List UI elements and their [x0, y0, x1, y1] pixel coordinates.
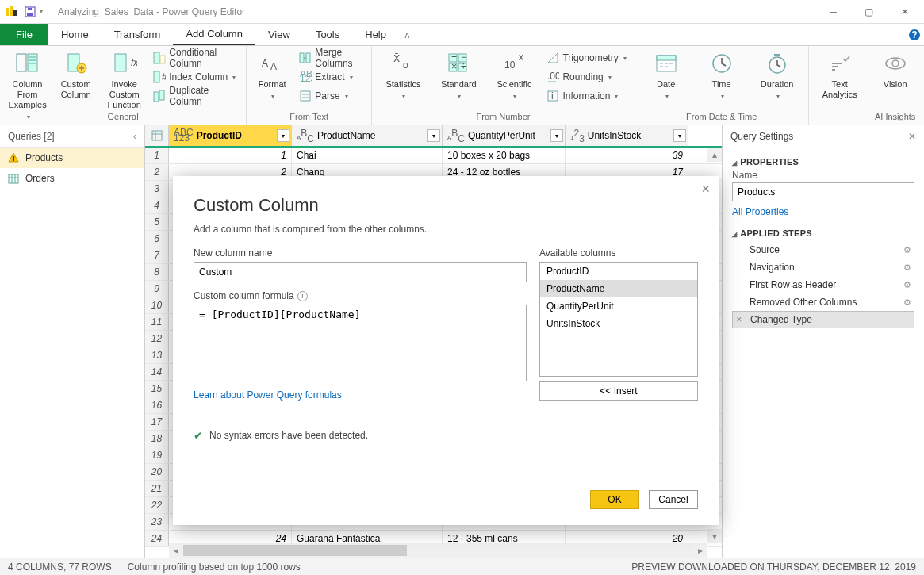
- column-filter-icon[interactable]: ▾: [277, 129, 289, 142]
- gear-icon[interactable]: ⚙: [903, 297, 911, 308]
- column-filter-icon[interactable]: ▾: [550, 129, 563, 142]
- date-button[interactable]: Date: [640, 48, 692, 103]
- tab-help[interactable]: Help: [352, 24, 399, 45]
- statistics-button[interactable]: X̄σ Statistics: [377, 48, 429, 103]
- insert-button[interactable]: << Insert: [539, 381, 698, 401]
- extract-button[interactable]: ABC123Extract: [296, 68, 366, 86]
- close-button[interactable]: ✕: [887, 0, 922, 24]
- minimize-button[interactable]: ─: [815, 0, 851, 24]
- maximize-button[interactable]: ▢: [851, 0, 887, 24]
- time-button[interactable]: Time: [696, 48, 748, 103]
- query-name-input[interactable]: [732, 182, 914, 201]
- cancel-button[interactable]: Cancel: [649, 490, 698, 509]
- cell[interactable]: 10 boxes x 20 bags: [443, 148, 566, 163]
- ribbon-body: Column From Examples Custom Column fx In…: [0, 46, 924, 125]
- scroll-left-icon[interactable]: ◂: [169, 545, 183, 556]
- gear-icon[interactable]: ⚙: [903, 263, 911, 273]
- information-button[interactable]: iInformation: [543, 87, 629, 105]
- tab-view[interactable]: View: [255, 24, 303, 45]
- help-icon[interactable]: ?: [905, 24, 924, 45]
- text-analytics-button[interactable]: Text Analytics: [814, 48, 866, 103]
- conditional-column-button[interactable]: Conditional Column: [150, 49, 241, 67]
- save-icon[interactable]: [22, 4, 38, 20]
- applied-steps-section-title[interactable]: APPLIED STEPS: [732, 228, 914, 238]
- applied-step[interactable]: Changed Type: [732, 311, 914, 328]
- query-item-orders[interactable]: Orders: [0, 168, 144, 189]
- horizontal-scrollbar[interactable]: ◂ ▸: [169, 543, 707, 558]
- duration-button[interactable]: Duration: [751, 48, 803, 103]
- cell[interactable]: 39: [566, 148, 688, 163]
- scroll-thumb[interactable]: [169, 545, 407, 556]
- column-from-examples-button[interactable]: Column From Examples: [5, 48, 50, 103]
- custom-column-icon: [63, 51, 89, 76]
- tab-file[interactable]: File: [0, 24, 48, 45]
- properties-section-title[interactable]: PROPERTIES: [732, 157, 914, 167]
- tab-home[interactable]: Home: [48, 24, 102, 45]
- available-columns-list[interactable]: ProductIDProductNameQuantityPerUnitUnits…: [539, 262, 698, 377]
- available-column-item[interactable]: UnitsInStock: [540, 315, 697, 332]
- applied-step[interactable]: Removed Other Columns⚙: [732, 293, 914, 311]
- all-properties-link[interactable]: All Properties: [732, 206, 788, 217]
- column-header-unitsinstock[interactable]: 123UnitsInStock▾: [566, 125, 688, 146]
- column-filter-icon[interactable]: ▾: [673, 129, 686, 142]
- gear-icon[interactable]: ⚙: [903, 280, 911, 290]
- type-badge-icon[interactable]: ABC123: [174, 130, 194, 141]
- tab-add-column[interactable]: Add Column: [173, 24, 255, 45]
- row-number: 2: [145, 164, 169, 180]
- info-icon[interactable]: i: [297, 291, 308, 301]
- dialog-title: Custom Column: [194, 195, 698, 216]
- scroll-right-icon[interactable]: ▸: [693, 545, 707, 556]
- gear-icon[interactable]: ⚙: [903, 245, 911, 255]
- svg-text:σ: σ: [403, 59, 409, 71]
- formula-label: Custom column formula i: [194, 290, 527, 301]
- tab-transform[interactable]: Transform: [102, 24, 174, 45]
- ribbon-collapse-icon[interactable]: ∧: [399, 24, 415, 45]
- type-badge-icon[interactable]: ABC: [297, 128, 314, 144]
- date-icon: [654, 51, 679, 76]
- query-item-products[interactable]: Products: [0, 148, 144, 168]
- invoke-custom-function-button[interactable]: fx Invoke Custom Function: [102, 48, 147, 103]
- type-badge-icon[interactable]: ABC: [447, 128, 465, 144]
- applied-step[interactable]: First Row as Header⚙: [732, 276, 914, 293]
- tab-tools[interactable]: Tools: [303, 24, 352, 45]
- available-column-item[interactable]: ProductName: [540, 280, 697, 297]
- qat-dropdown-icon[interactable]: ▾: [40, 8, 43, 15]
- svg-text:.00: .00: [547, 71, 559, 82]
- name-label: Name: [732, 170, 914, 181]
- grid-corner[interactable]: [145, 125, 169, 146]
- formula-input[interactable]: = [ProductID][ProductName]: [194, 305, 527, 381]
- vision-button[interactable]: Vision: [869, 48, 922, 103]
- type-badge-icon[interactable]: 123: [570, 128, 585, 144]
- index-column-button[interactable]: #Index Column: [150, 68, 241, 86]
- applied-step[interactable]: Navigation⚙: [732, 259, 914, 276]
- dialog-close-button[interactable]: ✕: [701, 182, 711, 195]
- cell[interactable]: Chai: [292, 148, 443, 163]
- learn-formulas-link[interactable]: Learn about Power Query formulas: [194, 389, 527, 401]
- standard-icon: +−×÷: [446, 51, 471, 76]
- column-header-productname[interactable]: ABCProductName▾: [292, 125, 443, 146]
- cell[interactable]: 1: [169, 148, 292, 163]
- standard-button[interactable]: +−×÷ Standard: [432, 48, 485, 103]
- ok-button[interactable]: OK: [590, 490, 639, 509]
- applied-step[interactable]: Source⚙: [732, 241, 914, 259]
- scroll-down-icon[interactable]: ▾: [707, 529, 722, 543]
- format-button[interactable]: AA Format: [251, 48, 293, 103]
- column-filter-icon[interactable]: ▾: [427, 129, 440, 142]
- duplicate-column-button[interactable]: Duplicate Column: [150, 87, 241, 105]
- available-column-item[interactable]: ProductID: [540, 263, 697, 280]
- parse-button[interactable]: Parse: [296, 87, 366, 105]
- close-settings-icon[interactable]: ✕: [908, 131, 916, 142]
- column-header-quantityperunit[interactable]: ABCQuantityPerUnit▾: [443, 125, 566, 146]
- conditional-column-icon: [153, 52, 166, 64]
- available-column-item[interactable]: QuantityPerUnit: [540, 297, 697, 315]
- rounding-button[interactable]: .00Rounding: [543, 68, 629, 86]
- table-row[interactable]: 11Chai10 boxes x 20 bags39: [145, 148, 722, 164]
- scroll-up-icon[interactable]: ▴: [707, 148, 722, 162]
- new-column-name-input[interactable]: [194, 262, 527, 282]
- collapse-queries-icon[interactable]: ‹: [133, 131, 136, 142]
- custom-column-button[interactable]: Custom Column: [53, 48, 98, 103]
- merge-columns-button[interactable]: Merge Columns: [296, 49, 366, 67]
- scientific-button[interactable]: 10x Scientific: [488, 48, 540, 103]
- column-header-productid[interactable]: ABC123ProductID▾: [169, 125, 292, 146]
- trigonometry-button[interactable]: Trigonometry: [543, 49, 629, 67]
